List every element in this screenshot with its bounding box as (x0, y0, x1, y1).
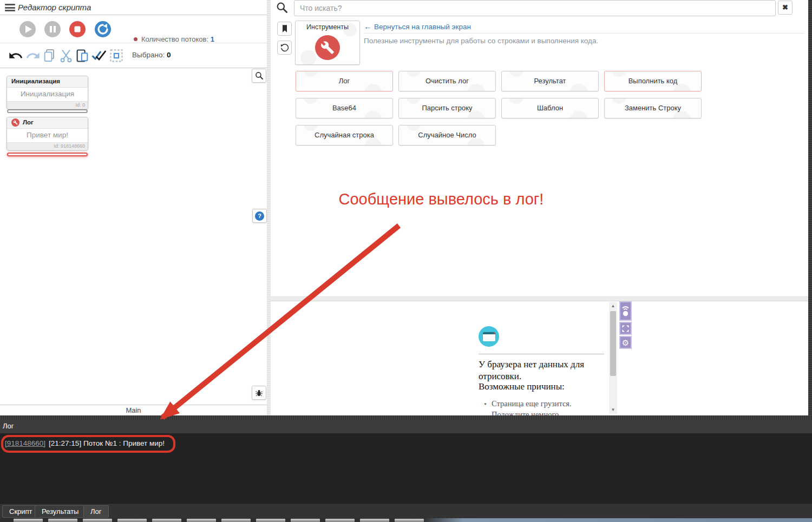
section-divider (271, 296, 808, 301)
editor-header: Редактор скрипта (0, 0, 267, 15)
restart-icon (95, 21, 111, 37)
threads-count-value: 1 (211, 35, 214, 43)
block-connector-active[interactable] (7, 153, 88, 156)
action-random-number-button[interactable]: Случайное Число (398, 125, 496, 146)
right-resize-handle[interactable] (808, 0, 812, 415)
undo-button[interactable] (8, 48, 24, 64)
divider (364, 33, 804, 34)
close-icon: ✖ (782, 3, 788, 11)
scroll-down-icon[interactable]: ▼ (609, 406, 617, 414)
action-result-button[interactable]: Результат (501, 71, 599, 91)
browser-preview: У браузера нет данных для отрисовки. Воз… (271, 301, 808, 415)
bookmarks-button[interactable] (277, 22, 292, 36)
fullscreen-button[interactable] (619, 322, 632, 335)
help-button[interactable]: ? (252, 209, 267, 223)
tab-results[interactable]: Результаты (35, 505, 86, 518)
close-panel-button[interactable]: ✖ (778, 1, 793, 15)
stop-button[interactable] (69, 21, 86, 37)
restart-button[interactable] (95, 21, 111, 37)
tab-log[interactable]: Лог (83, 505, 109, 518)
module-search-button[interactable] (276, 2, 290, 16)
module-card-tools[interactable]: Инструменты (295, 21, 360, 65)
panel-splitter[interactable] (267, 0, 271, 415)
help-icon: ? (255, 212, 264, 221)
editor-title: Редактор скрипта (18, 3, 91, 12)
bookmark-icon (281, 24, 289, 33)
action-block-init[interactable]: Инициализация Инициализация Id: 0 (6, 76, 88, 109)
double-check-icon (91, 48, 107, 63)
bug-icon (255, 389, 263, 397)
action-random-string-button[interactable]: Случайная строка (296, 125, 393, 146)
check-all-button[interactable] (91, 48, 107, 64)
copy-button[interactable] (42, 48, 58, 64)
canvas-search-button[interactable] (252, 69, 266, 83)
script-canvas[interactable]: Инициализация Инициализация Id: 0 Лог Пр… (0, 68, 267, 405)
back-to-main-link[interactable]: ←Вернуться на главный экран (364, 22, 471, 31)
block-description: Инициализация (7, 88, 88, 101)
action-parse-string-button[interactable]: Парсить строку (398, 98, 496, 118)
browser-icon (479, 326, 499, 347)
module-description: Полезные инструменты для работы со строк… (364, 37, 598, 45)
module-name: Инструменты (296, 23, 359, 31)
scrollbar-thumb[interactable] (610, 311, 616, 376)
block-title: Лог (23, 119, 34, 125)
annotation-text: Сообщение вывелось в лог! (328, 190, 555, 208)
redo-button[interactable] (25, 48, 42, 64)
action-log-button[interactable]: Лог (296, 71, 393, 91)
pause-icon (44, 21, 61, 37)
log-entry: [918148660][21:27:15] Поток №1 : Привет … (5, 439, 165, 447)
tools-module-icon (315, 35, 340, 60)
history-button[interactable] (277, 41, 292, 55)
scroll-up-icon[interactable]: ▲ (609, 302, 617, 310)
log-panel-title: Лог (0, 420, 812, 433)
expand-icon (621, 325, 630, 333)
action-clear-log-button[interactable]: Очистить лог (398, 71, 496, 91)
pause-button[interactable] (44, 21, 61, 37)
tab-script[interactable]: Скрипт (2, 505, 40, 518)
block-description: Привет мир! (7, 129, 88, 142)
settings-button[interactable]: ⚙ (619, 336, 632, 349)
edit-toolbar: Выбрано: 0 (0, 44, 267, 68)
action-block-log[interactable]: Лог Привет мир! Id: 918148660 (6, 117, 88, 150)
wrench-icon (11, 118, 19, 127)
action-replace-string-button[interactable]: Заменить Строку (604, 98, 702, 118)
back-arrow-icon: ← (364, 22, 372, 31)
selection-box-icon (109, 48, 124, 63)
paste-button[interactable] (75, 48, 91, 64)
block-connector[interactable] (7, 109, 88, 113)
function-tab-main[interactable]: Main (0, 405, 267, 415)
debug-button[interactable] (252, 386, 266, 400)
threads-count-line: Количество потоков: 1 (134, 35, 214, 44)
search-icon (276, 2, 288, 14)
search-icon (255, 71, 264, 80)
log-resize-handle[interactable] (0, 415, 812, 420)
wrench-icon (320, 41, 335, 55)
paste-icon (75, 48, 90, 63)
action-template-button[interactable]: Шаблон (501, 98, 599, 118)
divider (479, 354, 604, 354)
os-taskbar[interactable] (0, 518, 812, 522)
action-base64-button[interactable]: Base64 (296, 98, 393, 118)
cut-button[interactable] (58, 48, 75, 64)
record-button[interactable] (619, 301, 632, 321)
select-area-button[interactable] (109, 48, 125, 64)
log-entry-text: [21:27:15] Поток №1 : Привет мир! (49, 439, 165, 447)
block-id: Id: 0 (7, 101, 88, 108)
browser-scrollbar[interactable]: ▲ ▼ (609, 302, 617, 414)
stop-icon (69, 21, 86, 37)
script-editor-app: Редактор скрипта Количество потоков: 1 Т… (0, 0, 812, 522)
log-entry-id-link[interactable]: [918148660] (5, 439, 45, 447)
bullet-icon: • (484, 399, 487, 410)
browser-reasons-title: Возможные причины: (479, 381, 565, 392)
browser-no-data-message: У браузера нет данных для отрисовки. (479, 359, 614, 383)
run-controls-row: Количество потоков: 1 Тип запуска: Один … (0, 15, 267, 43)
history-icon (280, 43, 289, 52)
block-id: Id: 918148660 (7, 142, 88, 149)
copy-icon (42, 48, 57, 63)
undo-icon (8, 48, 23, 63)
record-icon (621, 304, 630, 318)
action-execute-code-button[interactable]: Выполнить код (604, 71, 702, 91)
module-search-input[interactable] (294, 0, 776, 16)
play-button[interactable] (19, 21, 36, 37)
hamburger-menu-icon[interactable] (5, 4, 15, 11)
